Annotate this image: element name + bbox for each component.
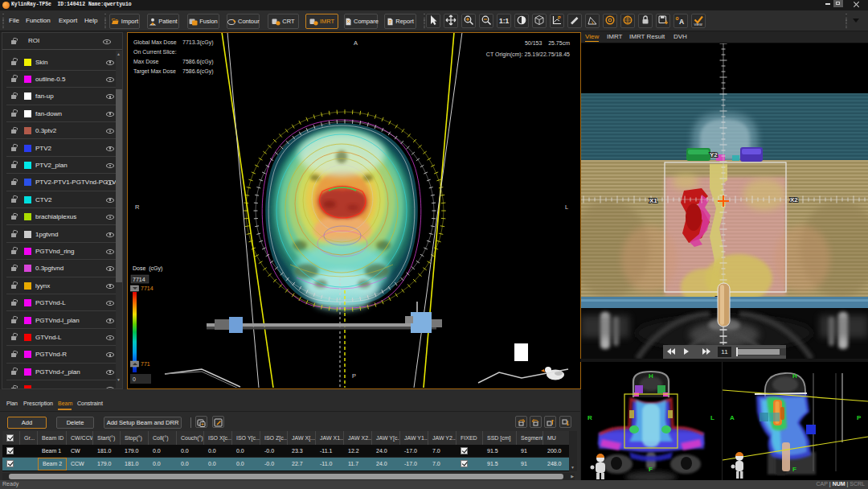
svg-text:H: H (792, 372, 797, 380)
svg-text:On Current Slice:: On Current Slice: (133, 49, 177, 55)
svg-text:7714: 7714 (141, 286, 154, 291)
svg-text:A: A (679, 18, 684, 26)
svg-text:R: R (135, 203, 140, 211)
svg-text:Y2: Y2 (710, 151, 718, 158)
svg-text:7586.6(cGy): 7586.6(cGy) (182, 59, 214, 65)
svg-text:Global Max Dose: Global Max Dose (133, 39, 177, 45)
svg-text:H: H (649, 372, 653, 380)
svg-text:771: 771 (141, 361, 150, 367)
svg-text:A: A (730, 414, 735, 421)
svg-text:Dose (cGy): Dose (cGy) (133, 265, 162, 272)
svg-text:0: 0 (133, 376, 136, 382)
svg-text:Target Max Dose: Target Max Dose (133, 68, 176, 75)
svg-text:L: L (710, 414, 714, 421)
svg-text:7586.6(cGy): 7586.6(cGy) (182, 68, 214, 75)
svg-text:A: A (354, 39, 358, 47)
svg-text:X1: X1 (649, 197, 657, 204)
svg-text:R: R (588, 414, 592, 421)
svg-text:1:1: 1:1 (499, 17, 510, 25)
svg-text:7713.3(cGy): 7713.3(cGy) (182, 39, 214, 46)
svg-text:VIEW: VIEW (694, 23, 702, 27)
svg-text:F: F (649, 466, 653, 473)
svg-text:P: P (352, 372, 356, 380)
svg-text:50/153 25.75cm: 50/153 25.75cm (525, 40, 570, 46)
svg-text:F: F (792, 466, 796, 473)
svg-text:P: P (558, 15, 561, 20)
svg-text:o: o (676, 15, 679, 21)
svg-text:CT Origin(cm): 25.19/22.75/18.: CT Origin(cm): 25.19/22.75/18.45 (486, 51, 570, 58)
svg-text:7714: 7714 (133, 277, 145, 282)
svg-text:X2: X2 (790, 196, 798, 203)
svg-text:L: L (565, 203, 568, 211)
svg-text:Max Dose: Max Dose (133, 59, 159, 64)
svg-text:P: P (857, 414, 862, 421)
